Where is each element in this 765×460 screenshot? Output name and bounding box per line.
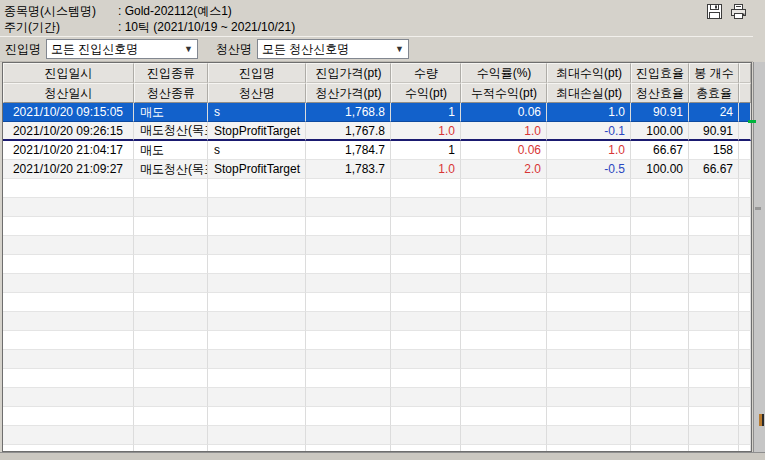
empty-cell: [689, 331, 739, 350]
trade-report-window: { "info": { "lines": [ { "label": "종목명(시…: [0, 0, 765, 460]
empty-row: [3, 255, 751, 274]
empty-cell: [306, 198, 391, 217]
column-header[interactable]: 청산효율: [631, 83, 689, 103]
trade-cell: -0.1: [547, 122, 631, 141]
trades-grid: 진입일시진입종류진입명진입가격(pt)수량수익률(%)최대수익(pt)진입효율봉…: [2, 62, 752, 452]
entry-signal-select[interactable]: 모든 진입신호명 ▼: [46, 39, 198, 59]
chevron-down-icon: ▼: [182, 44, 195, 54]
empty-cell: [631, 369, 689, 388]
empty-cell: [547, 312, 631, 331]
empty-cell: [3, 369, 134, 388]
column-header[interactable]: 진입일시: [3, 63, 134, 83]
empty-cell: [306, 369, 391, 388]
row-filler: [739, 331, 751, 350]
empty-cell: [391, 179, 461, 198]
column-header[interactable]: 진입가격(pt): [306, 63, 391, 83]
empty-cell: [134, 293, 208, 312]
empty-cell: [689, 198, 739, 217]
empty-cell: [689, 369, 739, 388]
empty-cell: [547, 426, 631, 445]
symbol-value: : Gold-202112(예스1): [118, 3, 232, 19]
column-header[interactable]: 진입명: [208, 63, 306, 83]
empty-row: [3, 236, 751, 255]
empty-cell: [631, 236, 689, 255]
empty-cell: [3, 426, 134, 445]
column-header[interactable]: 최대수익(pt): [547, 63, 631, 83]
column-header[interactable]: 청산일시: [3, 83, 134, 103]
filter-bar: 진입명 모든 진입신호명 ▼ 청산명 모든 청산신호명 ▼: [0, 36, 753, 62]
empty-cell: [306, 350, 391, 369]
scroll-marker-gray: [755, 207, 761, 210]
trade-row[interactable]: 2021/10/20 09:15:05매도s1,768.810.061.090.…: [3, 103, 751, 122]
empty-cell: [547, 179, 631, 198]
empty-cell: [134, 274, 208, 293]
symbol-label: 종목명(시스템명): [4, 3, 118, 19]
header-filler: [739, 83, 751, 103]
row-filler: [739, 426, 751, 445]
row-filler: [739, 141, 751, 160]
empty-cell: [3, 388, 134, 407]
trade-cell: 100.00: [631, 160, 689, 179]
empty-cell: [3, 407, 134, 426]
trade-row[interactable]: 2021/10/20 21:04:17매도s1,784.710.061.066.…: [3, 141, 751, 160]
empty-row: [3, 445, 751, 452]
empty-cell: [689, 217, 739, 236]
save-icon[interactable]: [706, 3, 723, 20]
column-header[interactable]: 총효율: [689, 83, 739, 103]
empty-cell: [631, 445, 689, 452]
column-header[interactable]: 진입종류: [134, 63, 208, 83]
empty-cell: [547, 274, 631, 293]
empty-cell: [134, 369, 208, 388]
empty-cell: [391, 369, 461, 388]
empty-cell: [631, 217, 689, 236]
empty-cell: [134, 407, 208, 426]
empty-cell: [689, 293, 739, 312]
trade-cell: 158: [689, 141, 739, 160]
column-header[interactable]: 봉 개수: [689, 63, 739, 83]
print-icon[interactable]: [730, 3, 747, 20]
empty-cell: [391, 293, 461, 312]
column-header[interactable]: 수량: [391, 63, 461, 83]
empty-cell: [461, 255, 547, 274]
empty-cell: [391, 312, 461, 331]
empty-cell: [631, 198, 689, 217]
empty-cell: [461, 369, 547, 388]
row-filler: [739, 198, 751, 217]
empty-cell: [631, 312, 689, 331]
exit-signal-select[interactable]: 모든 청산신호명 ▼: [257, 39, 409, 59]
trade-row[interactable]: 2021/10/20 09:26:15매도청산(목표StopProfitTarg…: [3, 122, 751, 141]
empty-cell: [3, 198, 134, 217]
trade-cell: s: [208, 103, 306, 122]
column-header[interactable]: 수익(pt): [391, 83, 461, 103]
column-header[interactable]: 진입효율: [631, 63, 689, 83]
empty-cell: [631, 426, 689, 445]
empty-cell: [134, 350, 208, 369]
column-header[interactable]: 청산가격(pt): [306, 83, 391, 103]
column-header[interactable]: 청산명: [208, 83, 306, 103]
empty-cell: [391, 255, 461, 274]
empty-cell: [461, 445, 547, 452]
empty-cell: [461, 274, 547, 293]
empty-cell: [3, 331, 134, 350]
empty-cell: [391, 331, 461, 350]
trade-cell: 1.0: [391, 122, 461, 141]
column-header[interactable]: 수익률(%): [461, 63, 547, 83]
empty-cell: [134, 331, 208, 350]
empty-cell: [208, 255, 306, 274]
trade-row[interactable]: 2021/10/20 21:09:27매도청산(목표StopProfitTarg…: [3, 160, 751, 179]
trade-cell: 매도: [134, 103, 208, 122]
symbol-line: 종목명(시스템명) : Gold-202112(예스1): [4, 3, 765, 19]
empty-cell: [461, 331, 547, 350]
empty-cell: [391, 217, 461, 236]
empty-row: [3, 217, 751, 236]
trade-cell: 2021/10/20 21:04:17: [3, 141, 134, 160]
empty-cell: [134, 426, 208, 445]
trade-cell: 1.0: [391, 160, 461, 179]
empty-cell: [689, 236, 739, 255]
column-header[interactable]: 최대손실(pt): [547, 83, 631, 103]
column-header[interactable]: 청산종류: [134, 83, 208, 103]
chevron-down-icon: ▼: [393, 44, 406, 54]
column-header[interactable]: 누적수익(pt): [461, 83, 547, 103]
empty-cell: [631, 407, 689, 426]
horizontal-scrollbar[interactable]: [0, 452, 765, 460]
